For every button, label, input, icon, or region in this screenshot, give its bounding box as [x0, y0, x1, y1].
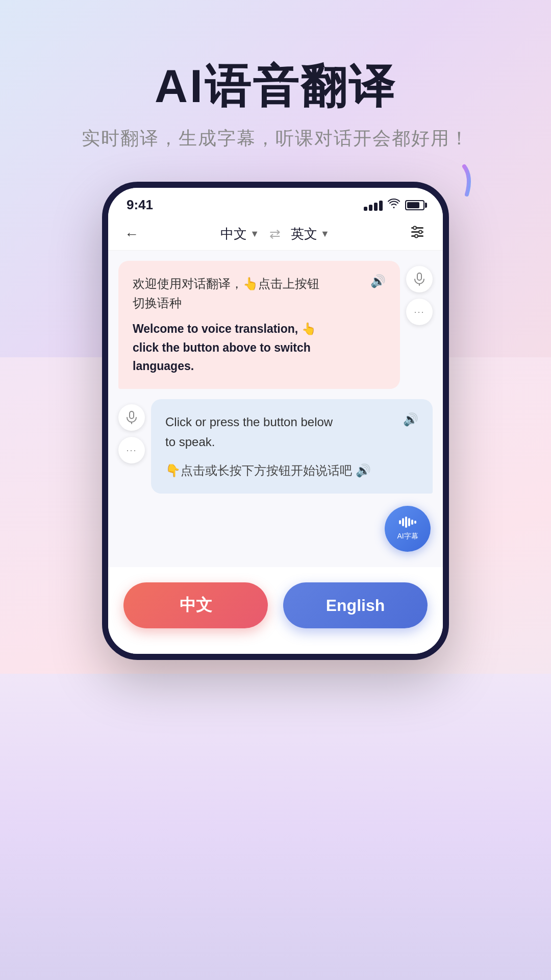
swap-icon[interactable]: ⇄ [269, 226, 281, 242]
svg-rect-6 [417, 273, 421, 280]
header: AI语音翻译 实时翻译，生成字幕，听课对话开会都好用！ [0, 0, 551, 151]
svg-point-5 [415, 235, 418, 238]
more-button-left[interactable]: ··· [118, 437, 145, 463]
sound-icon-left[interactable]: 🔊 [370, 274, 386, 288]
page-title: AI语音翻译 [0, 61, 551, 112]
chinese-btn-label: 中文 [180, 594, 212, 617]
chat-area: 欢迎使用对话翻译，👆点击上按钮切换语种 🔊 Welcome to voice t… [108, 251, 443, 567]
toolbar-center: 中文 ▼ ⇄ 英文 ▼ [220, 225, 330, 243]
svg-rect-12 [405, 517, 407, 528]
ai-subtitle-button[interactable]: AI字幕 [385, 506, 431, 552]
bubble-left-text-en: Welcome to voice translation, 👆click the… [133, 320, 386, 376]
wifi-icon [388, 199, 400, 212]
source-lang-label: 中文 [220, 225, 247, 243]
bottom-buttons: 中文 English [108, 567, 443, 654]
ai-subtitle-wave-icon [399, 517, 416, 530]
source-lang-button[interactable]: 中文 ▼ [220, 225, 259, 243]
source-lang-arrow: ▼ [250, 229, 259, 239]
bubble-left-wrap: 欢迎使用对话翻译，👆点击上按钮切换语种 🔊 Welcome to voice t… [118, 261, 400, 389]
svg-rect-15 [414, 521, 416, 524]
more-button-right[interactable]: ··· [406, 299, 433, 325]
bubble-left-content: 欢迎使用对话翻译，👆点击上按钮切换语种 🔊 [133, 274, 386, 313]
english-btn-label: English [326, 596, 385, 615]
battery-fill [407, 202, 419, 208]
chinese-speak-button[interactable]: 中文 [123, 582, 268, 628]
mic-button-right[interactable] [406, 266, 433, 292]
bubble-right-content: Click or press the button belowto speak.… [165, 412, 418, 452]
svg-rect-10 [399, 520, 401, 524]
signal-bar-4 [379, 201, 383, 211]
bubble-right-text-en: Click or press the button belowto speak. [165, 412, 398, 452]
ai-subtitle-label: AI字幕 [397, 532, 418, 541]
status-time: 9:41 [127, 197, 153, 213]
sound-icon-right[interactable]: 🔊 [403, 412, 418, 427]
signal-bar-2 [369, 205, 372, 211]
bubble-left: 欢迎使用对话翻译，👆点击上按钮切换语种 🔊 Welcome to voice t… [118, 261, 400, 389]
signal-bar-3 [374, 203, 378, 211]
action-buttons-right: ··· [406, 266, 433, 325]
toolbar: ← 中文 ▼ ⇄ 英文 ▼ [108, 218, 443, 251]
bubble-cn-text: 欢迎使用对话翻译，👆点击上按钮切换语种 [133, 277, 319, 310]
bubble-right: Click or press the button belowto speak.… [151, 399, 433, 494]
svg-rect-14 [411, 520, 413, 525]
target-lang-label: 英文 [291, 225, 317, 243]
battery-icon [405, 200, 424, 210]
page-subtitle: 实时翻译，生成字幕，听课对话开会都好用！ [0, 126, 551, 151]
target-lang-button[interactable]: 英文 ▼ [291, 225, 330, 243]
action-buttons-left: ··· [118, 404, 145, 463]
signal-icon [364, 200, 383, 211]
back-button[interactable]: ← [124, 226, 139, 242]
status-icons [364, 199, 424, 212]
svg-rect-8 [130, 411, 134, 419]
bg-bottom [0, 674, 551, 980]
svg-point-3 [413, 227, 416, 230]
signal-bar-1 [364, 207, 367, 211]
bubble-right-text-cn: 👇点击或长按下方按钮开始说话吧 🔊 [165, 461, 418, 480]
settings-icon[interactable] [411, 226, 427, 242]
target-lang-arrow: ▼ [320, 229, 330, 239]
mic-button-left[interactable] [118, 404, 145, 431]
english-speak-button[interactable]: English [283, 582, 428, 628]
bubble-right-wrap: ··· Click or press the button belowto sp… [151, 399, 433, 494]
svg-rect-11 [402, 518, 404, 526]
status-bar: 9:41 [108, 188, 443, 218]
svg-rect-13 [408, 518, 410, 526]
phone-mockup: 9:41 [92, 182, 459, 660]
phone-frame: 9:41 [102, 182, 449, 660]
deco-arc [429, 161, 474, 207]
bubble-left-text-cn: 欢迎使用对话翻译，👆点击上按钮切换语种 [133, 274, 319, 313]
svg-point-4 [419, 231, 422, 234]
